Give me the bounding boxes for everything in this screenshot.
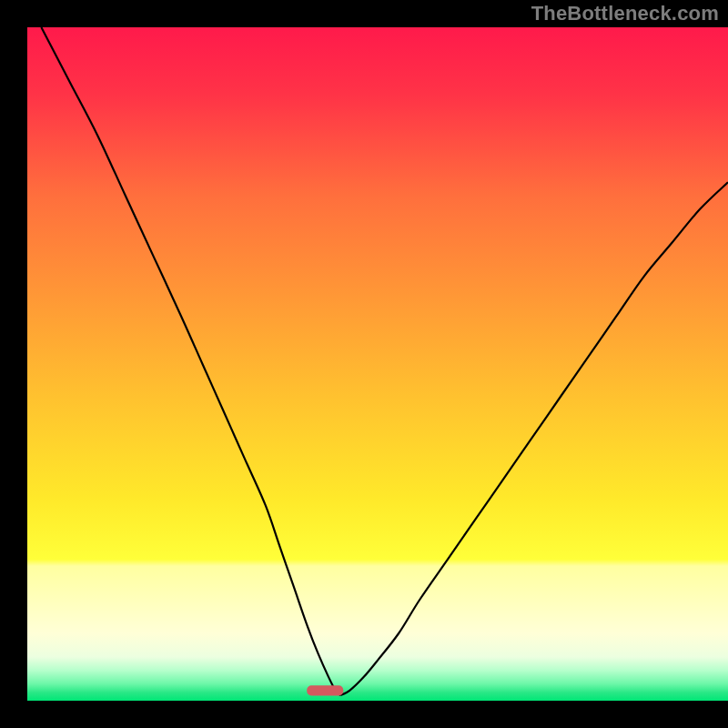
chart-svg — [27, 27, 728, 701]
target-marker — [307, 685, 343, 695]
chart-outer-frame: TheBottleneck.com — [0, 0, 728, 728]
chart-plot-area — [27, 27, 728, 701]
chart-gradient-background — [27, 27, 728, 701]
watermark-text: TheBottleneck.com — [531, 2, 719, 25]
